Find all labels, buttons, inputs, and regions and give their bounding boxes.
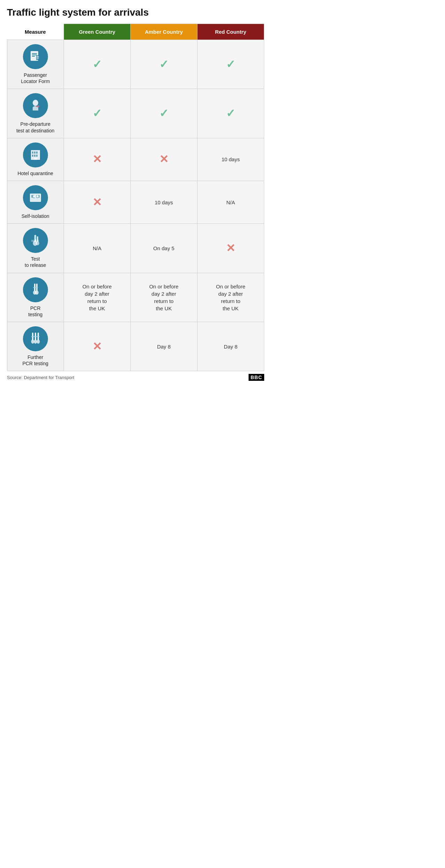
cross-icon: ✕ xyxy=(92,340,102,353)
svg-rect-33 xyxy=(33,287,38,288)
svg-rect-16 xyxy=(34,158,37,160)
table-row: Self-isolation ✕10 daysN/A xyxy=(7,181,264,223)
svg-point-37 xyxy=(34,339,37,344)
icon-circle xyxy=(23,326,48,351)
measure-cell-hotel-quarantine: Hotel quarantine xyxy=(7,138,64,181)
svg-rect-12 xyxy=(36,152,38,154)
svg-point-7 xyxy=(33,100,38,106)
svg-point-39 xyxy=(37,339,40,344)
page-title: Traffic light system for arrivals xyxy=(7,7,264,18)
bbc-logo: BBC xyxy=(249,374,264,381)
svg-rect-40 xyxy=(31,336,40,337)
red-cell-further-pcr: Day 8 xyxy=(197,322,264,371)
svg-point-20 xyxy=(33,195,35,197)
measure-label: PCRtesting xyxy=(28,305,42,318)
icon-circle xyxy=(23,185,48,210)
amber-cell-pre-departure: ✓ xyxy=(130,89,197,138)
svg-rect-4 xyxy=(36,55,40,60)
measure-cell-self-isolation: Self-isolation xyxy=(7,181,64,223)
check-icon: ✓ xyxy=(159,107,169,120)
table-row: PassengerLocator Form ✓✓✓ xyxy=(7,40,264,89)
svg-point-28 xyxy=(34,237,35,240)
measure-column-header: Measure xyxy=(7,24,64,40)
cross-icon: ✕ xyxy=(92,153,102,165)
svg-point-8 xyxy=(37,105,39,107)
amber-cell-self-isolation: 10 days xyxy=(130,181,197,223)
red-cell-pcr-testing: On or beforeday 2 afterreturn tothe UK xyxy=(197,273,264,322)
cell-value: N/A xyxy=(226,199,235,205)
amber-cell-test-to-release: On day 5 xyxy=(130,224,197,273)
cell-value: 10 days xyxy=(221,156,240,162)
cell-value: N/A xyxy=(93,245,102,251)
green-cell-pcr-testing: On or beforeday 2 afterreturn tothe UK xyxy=(64,273,130,322)
icon-circle xyxy=(23,142,48,167)
cross-icon: ✕ xyxy=(159,153,169,165)
check-icon: ✓ xyxy=(92,58,102,71)
measure-icon: Self-isolation xyxy=(10,185,61,219)
red-column-header: Red Country xyxy=(197,24,264,40)
table-row: Pre-departuretest at destination ✓✓✓ xyxy=(7,89,264,138)
cross-icon: ✕ xyxy=(92,196,102,208)
svg-rect-14 xyxy=(34,155,35,157)
table-row: FurtherPCR testing ✕Day 8Day 8 xyxy=(7,322,264,371)
table-row: Testto release N/AOn day 5✕ xyxy=(7,224,264,273)
cell-value: Day 8 xyxy=(224,344,237,350)
table-row: PCRtesting On or beforeday 2 afterreturn… xyxy=(7,273,264,322)
svg-rect-17 xyxy=(30,194,41,202)
red-cell-test-to-release: ✕ xyxy=(197,224,264,273)
cell-value: On or beforeday 2 afterreturn tothe UK xyxy=(82,284,112,311)
svg-rect-11 xyxy=(34,152,35,154)
cross-icon: ✕ xyxy=(226,242,235,254)
svg-rect-10 xyxy=(32,152,33,154)
green-cell-hotel-quarantine: ✕ xyxy=(64,138,130,181)
svg-rect-15 xyxy=(36,155,38,157)
measure-icon: Pre-departuretest at destination xyxy=(10,93,61,133)
svg-point-21 xyxy=(37,195,39,197)
cell-value: On day 5 xyxy=(153,245,175,251)
measure-icon: Hotel quarantine xyxy=(10,142,61,177)
traffic-light-table: Measure Green Country Amber Country Red … xyxy=(7,24,264,371)
check-icon: ✓ xyxy=(226,58,235,71)
svg-rect-13 xyxy=(32,155,33,157)
source-label: Source: Department for Transport xyxy=(7,375,74,380)
measure-cell-further-pcr: FurtherPCR testing xyxy=(7,322,64,371)
amber-cell-passenger-locator: ✓ xyxy=(130,40,197,89)
cell-value: On or beforeday 2 afterreturn tothe UK xyxy=(149,284,178,311)
amber-cell-pcr-testing: On or beforeday 2 afterreturn tothe UK xyxy=(130,273,197,322)
icon-circle xyxy=(23,277,48,302)
table-row: Hotel quarantine ✕✕10 days xyxy=(7,138,264,181)
icon-circle xyxy=(23,93,48,118)
green-column-header: Green Country xyxy=(64,24,130,40)
red-cell-self-isolation: N/A xyxy=(197,181,264,223)
measure-icon: FurtherPCR testing xyxy=(10,326,61,367)
measure-icon: PCRtesting xyxy=(10,277,61,318)
measure-cell-pcr-testing: PCRtesting xyxy=(7,273,64,322)
amber-cell-hotel-quarantine: ✕ xyxy=(130,138,197,181)
measure-cell-pre-departure: Pre-departuretest at destination xyxy=(7,89,64,138)
green-cell-passenger-locator: ✓ xyxy=(64,40,130,89)
green-cell-test-to-release: N/A xyxy=(64,224,130,273)
check-icon: ✓ xyxy=(226,107,235,120)
measure-label: FurtherPCR testing xyxy=(22,354,48,367)
amber-column-header: Amber Country xyxy=(130,24,197,40)
cell-value: Day 8 xyxy=(157,344,171,350)
icon-circle xyxy=(23,228,48,253)
icon-circle xyxy=(23,44,48,69)
measure-icon: PassengerLocator Form xyxy=(10,44,61,84)
measure-label: Self-isolation xyxy=(22,213,49,219)
green-cell-further-pcr: ✕ xyxy=(64,322,130,371)
cell-value: On or beforeday 2 afterreturn tothe UK xyxy=(216,284,245,311)
measure-cell-test-to-release: Testto release xyxy=(7,224,64,273)
measure-label: PassengerLocator Form xyxy=(21,72,50,84)
footer: Source: Department for Transport BBC xyxy=(7,374,264,381)
measure-label: Pre-departuretest at destination xyxy=(16,121,55,133)
svg-point-32 xyxy=(35,290,39,295)
red-cell-passenger-locator: ✓ xyxy=(197,40,264,89)
red-cell-hotel-quarantine: 10 days xyxy=(197,138,264,181)
measure-icon: Testto release xyxy=(10,228,61,268)
svg-rect-24 xyxy=(35,235,37,239)
cell-value: 10 days xyxy=(155,199,173,205)
svg-point-35 xyxy=(31,339,34,344)
measure-label: Hotel quarantine xyxy=(17,170,53,177)
svg-rect-27 xyxy=(31,240,39,242)
